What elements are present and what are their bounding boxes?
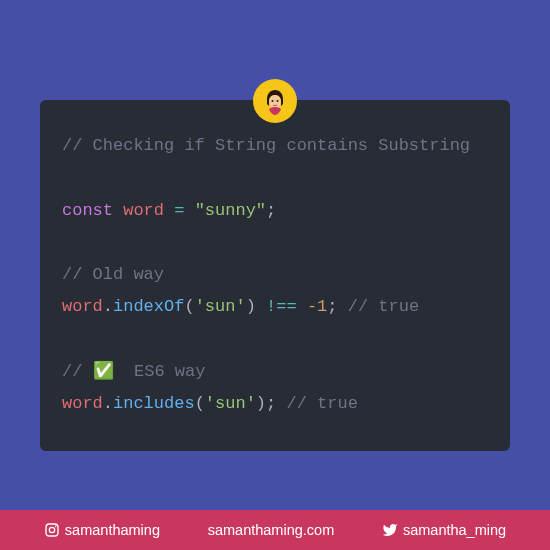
code-comment-old: // Old way [62,265,164,284]
svg-point-4 [49,527,54,532]
code-keyword: const [62,201,113,220]
svg-point-1 [272,100,274,102]
instagram-label: samanthaming [65,522,160,538]
code-string: 'sun' [195,297,246,316]
code-punct: . [103,394,113,413]
footer-bar: samanthaming samanthaming.com samantha_m… [0,510,550,550]
twitter-label: samantha_ming [403,522,506,538]
instagram-link[interactable]: samanthaming [44,522,160,538]
code-punct: ) [256,394,266,413]
code-var: word [62,394,103,413]
code-var: word [123,201,164,220]
code-method: indexOf [113,297,184,316]
svg-point-2 [277,100,279,102]
code-op: = [164,201,195,220]
code-comment-title: // Checking if String contains Substring [62,136,470,155]
code-string: "sunny" [195,201,266,220]
avatar-icon [261,87,289,115]
code-comment-true: // true [337,297,419,316]
code-comment-es6: // ✅ ES6 way [62,362,205,381]
code-punct: ; [266,394,276,413]
code-punct: ; [327,297,337,316]
svg-point-5 [55,526,57,528]
code-string: 'sun' [205,394,256,413]
code-punct: ( [195,394,205,413]
code-comment-true2: // true [276,394,358,413]
instagram-icon [44,522,60,538]
website-link[interactable]: samanthaming.com [208,522,335,538]
code-number: -1 [307,297,327,316]
code-block: // Checking if String contains Substring… [40,100,510,451]
twitter-icon [382,522,398,538]
code-op: !== [256,297,307,316]
code-var: word [62,297,103,316]
code-method: includes [113,394,195,413]
code-punct: ) [246,297,256,316]
twitter-link[interactable]: samantha_ming [382,522,506,538]
code-punct: . [103,297,113,316]
avatar-badge [253,79,297,123]
svg-point-0 [269,95,281,109]
code-punct: ( [184,297,194,316]
website-label: samanthaming.com [208,522,335,538]
code-punct: ; [266,201,276,220]
